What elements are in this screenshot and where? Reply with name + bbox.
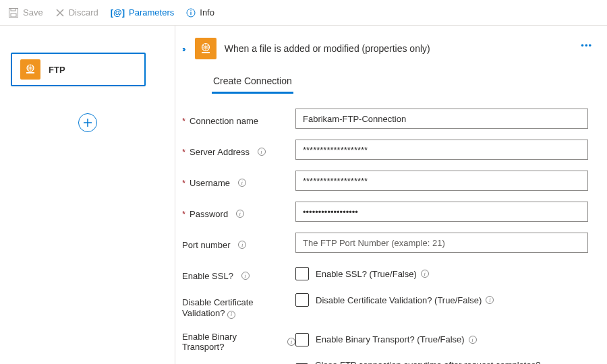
info-icon[interactable]: i	[227, 311, 235, 319]
info-icon[interactable]: i	[241, 272, 250, 280]
info-button[interactable]: Info	[186, 7, 214, 18]
disable-cert-label: Disable Certificate Validation? i	[182, 293, 295, 320]
add-step-button[interactable]	[78, 113, 97, 132]
create-connection-form: *Connection name *Server Address i *User…	[182, 107, 588, 364]
enable-ssl-checkbox[interactable]	[295, 267, 309, 280]
info-icon[interactable]: i	[421, 270, 429, 278]
info-icon[interactable]: i	[287, 338, 295, 346]
connection-name-input[interactable]	[295, 109, 588, 129]
parameters-label: Parameters	[129, 7, 174, 18]
server-address-input[interactable]	[295, 140, 588, 160]
node-label: FTP	[49, 65, 65, 75]
connection-name-label: *Connection name	[182, 112, 295, 126]
svg-rect-1	[11, 8, 16, 11]
info-icon[interactable]: i	[236, 210, 244, 218]
server-address-label: *Server Address i	[182, 143, 295, 157]
password-label: *Password i	[182, 205, 295, 219]
svg-rect-5	[191, 12, 192, 15]
info-icon[interactable]: i	[258, 148, 266, 156]
x-icon	[55, 8, 65, 18]
svg-rect-9	[202, 52, 210, 53]
svg-rect-2	[11, 13, 16, 17]
ftp-icon	[20, 59, 40, 80]
tab-create-connection[interactable]: Create Connection	[212, 71, 293, 94]
info-icon[interactable]: i	[469, 336, 477, 344]
more-menu[interactable]: •••	[581, 40, 592, 51]
save-icon	[8, 7, 19, 18]
info-icon	[186, 8, 196, 18]
plus-icon	[83, 118, 92, 127]
panel-title: When a file is added or modified (proper…	[225, 43, 430, 54]
enable-binary-label: Enable Binary Transport? i	[182, 328, 295, 352]
username-input[interactable]	[295, 171, 588, 191]
svg-rect-7	[26, 72, 34, 73]
connector-icon	[195, 38, 216, 59]
discard-button: Discard	[55, 7, 98, 18]
close-conn-text: Close FTP connection everytime after req…	[315, 360, 588, 365]
discard-label: Discard	[69, 7, 98, 18]
disable-cert-text: Disable Certificate Validation? (True/Fa…	[316, 295, 494, 305]
trigger-node-ftp[interactable]: FTP	[11, 53, 146, 86]
info-icon[interactable]: i	[238, 179, 246, 187]
port-input[interactable]	[295, 233, 588, 253]
save-button: Save	[8, 7, 43, 18]
enable-binary-text: Enable Binary Transport? (True/False)i	[316, 334, 477, 344]
close-conn-label: Close connection after request completio…	[182, 360, 295, 365]
tab-row: Create Connection	[212, 71, 588, 94]
save-label: Save	[23, 7, 43, 18]
port-label: Port number i	[182, 236, 295, 250]
enable-ssl-text: Enable SSL? (True/False)i	[316, 269, 429, 279]
svg-rect-0	[9, 8, 18, 17]
parameters-icon: [@]	[111, 7, 125, 18]
sidebar: FTP	[0, 26, 175, 364]
disable-cert-checkbox[interactable]	[295, 293, 309, 307]
svg-point-4	[190, 10, 192, 11]
detail-panel: ••• ›› When a file is added or modified …	[175, 26, 607, 364]
username-label: *Username i	[182, 174, 295, 188]
collapse-button[interactable]: ››	[182, 44, 187, 54]
password-input[interactable]	[295, 202, 588, 222]
info-icon[interactable]: i	[486, 296, 494, 304]
info-label: Info	[200, 7, 214, 18]
enable-ssl-label: Enable SSL? i	[182, 267, 295, 281]
parameters-button[interactable]: [@] Parameters	[111, 7, 175, 18]
info-icon[interactable]: i	[238, 241, 246, 249]
enable-binary-checkbox[interactable]	[295, 333, 309, 346]
toolbar: Save Discard [@] Parameters Info	[0, 0, 607, 26]
